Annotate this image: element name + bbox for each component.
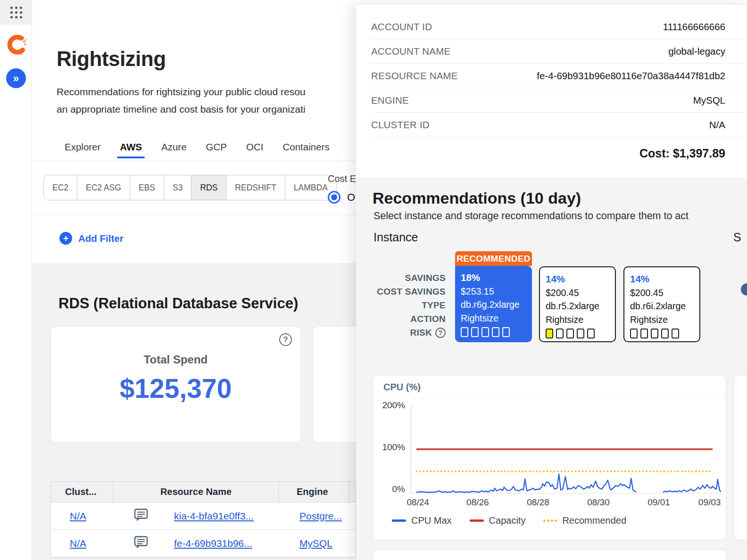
risk-square (546, 329, 553, 338)
service-button-s3[interactable]: S3 (164, 175, 191, 200)
detail-label: ACCOUNT ID (371, 21, 432, 33)
engine-link[interactable]: Postgre... (299, 511, 342, 522)
recommendations-subtitle: Select instance and storage recommendati… (374, 210, 747, 222)
rec-row-label-text: SAVINGS (405, 273, 446, 283)
tab-oci[interactable]: OCI (246, 141, 263, 158)
x-tick-08-28: 08/28 (519, 497, 557, 508)
app-launcher-button[interactable] (0, 0, 32, 25)
card-savings-percent: 14% (630, 272, 694, 286)
card-cost-savings: $200.45 (546, 286, 609, 300)
risk-square (577, 329, 584, 338)
resource-cost: Cost: $1,397.89 (639, 147, 725, 160)
legend-item-cpu-max: CPU Max (392, 515, 452, 526)
tab-azure[interactable]: Azure (161, 141, 187, 158)
resource-name-link[interactable]: kia-4-bfa91e0ff3... (174, 511, 254, 522)
service-button-ec2-asg[interactable]: EC2 ASG (77, 175, 130, 200)
detail-value: global-legacy (668, 46, 725, 57)
cluster-link[interactable]: N/A (70, 538, 86, 549)
service-button-rds[interactable]: RDS (191, 175, 226, 200)
add-filter-button[interactable]: + Add Filter (59, 232, 124, 245)
risk-square (566, 329, 574, 338)
risk-square (630, 329, 638, 338)
comment-icon[interactable] (134, 535, 148, 551)
detail-row-cluster-id: CLUSTER IDN/A (371, 113, 747, 137)
recommendation-card-2[interactable]: 14%$200.45db.r5.2xlargeRightsize (539, 266, 616, 342)
risk-square (502, 327, 510, 337)
recommendation-card-3[interactable]: 14%$200.45db.r6i.2xlargeRightsize (623, 266, 700, 342)
card-cost-savings: $253.15 (461, 285, 526, 298)
risk-help-icon[interactable]: ? (435, 328, 446, 338)
rightsizing-screen: » Rightsizing Recommendations for rights… (0, 0, 747, 560)
table-body: N/Akia-4-bfa91e0ff3...Postgre...N/Afe-4-… (51, 502, 356, 557)
tab-gcp[interactable]: GCP (206, 141, 227, 158)
table-row: N/Akia-4-bfa91e0ff3...Postgre... (51, 502, 356, 530)
card-instance-type: db.r5.2xlarge (546, 299, 609, 313)
tab-aws[interactable]: AWS (120, 141, 142, 158)
recommendation-card-1[interactable]: 18%$253.15db.r6g.2xlargeRightsize (455, 266, 532, 342)
cluster-link[interactable]: N/A (70, 511, 86, 522)
risk-square (672, 329, 679, 338)
page-description: Recommendations for rightsizing your pub… (57, 83, 357, 118)
rec-row-label-type: TYPE (365, 298, 446, 312)
cost-basis-radio-option-label: O (347, 191, 355, 204)
comment-icon[interactable] (134, 508, 148, 524)
cost-basis-radio[interactable] (328, 191, 340, 204)
card-action: Rightsize (630, 313, 694, 327)
card-savings-percent: 18% (461, 271, 526, 285)
detail-row-engine: ENGINEMySQL (371, 88, 747, 113)
brand-logo-icon[interactable] (6, 35, 27, 58)
expand-sidebar-button[interactable]: » (6, 68, 26, 88)
legend-label: Capacity (489, 515, 526, 526)
card-instance-type: db.r6g.2xlarge (461, 298, 526, 312)
engine-link[interactable]: MySQL (299, 538, 332, 549)
card-risk-squares (461, 327, 526, 337)
detail-label: ACCOUNT NAME (371, 46, 450, 57)
cpu-chart-card: CPU (%) 200% 100% 0% 08/2408/2608/2808/3… (373, 375, 726, 540)
provider-tabs: ExplorerAWSAzureGCPOCIContainers (65, 141, 330, 158)
x-tick-08-24: 08/24 (399, 497, 437, 508)
card-action: Rightsize (461, 312, 526, 325)
rec-row-label-cost-savings: COST SAVINGS (365, 285, 446, 298)
detail-label: ENGINE (371, 95, 409, 106)
detail-label: RESOURCE NAME (371, 70, 458, 82)
second-chart-card-partial (734, 375, 747, 540)
x-axis-labels: 08/2408/2608/2808/3009/0109/03 (373, 497, 727, 510)
risk-square (461, 327, 468, 337)
resource-name-link[interactable]: fe-4-69b931b96... (174, 538, 252, 549)
detail-value: N/A (709, 119, 725, 131)
instance-heading: Instance (374, 231, 418, 244)
column-header-cluster: Clust... (51, 482, 114, 502)
total-spend-label: Total Spend (51, 353, 300, 366)
legend-item-recommended: Recommended (543, 515, 626, 526)
cpu-chart-title: CPU (%) (373, 376, 726, 399)
service-button-group: EC2EC2 ASGEBSS3RDSREDSHIFTLAMBDA (43, 175, 337, 200)
card-risk-squares (546, 329, 609, 338)
cpu-max-line-segment-2 (663, 479, 721, 492)
tab-explorer[interactable]: Explorer (65, 141, 100, 158)
rec-row-label-text: TYPE (422, 300, 446, 311)
page-description-line2: an appropriate timeline and cost basis f… (57, 100, 357, 118)
service-button-ebs[interactable]: EBS (130, 175, 164, 200)
detail-value: MySQL (693, 95, 725, 106)
tab-containers[interactable]: Containers (283, 141, 330, 158)
service-button-ec2[interactable]: EC2 (44, 175, 77, 200)
next-chart-card-partial (373, 550, 726, 560)
tabs-bottom-border (33, 161, 356, 161)
card-action: Rightsize (546, 313, 609, 327)
rec-row-label-text: ACTION (410, 314, 446, 324)
service-button-redshift[interactable]: REDSHIFT (226, 175, 285, 200)
rec-row-label-text: RISK (410, 328, 432, 338)
cpu-line-chart (411, 405, 722, 494)
detail-row-resource-name: RESOURCE NAMEfe-4-69b931b96e80116e70a38a… (371, 64, 747, 88)
recommendation-row-labels: SAVINGSCOST SAVINGSTYPEACTIONRISK? (365, 271, 446, 339)
x-tick-09-03: 09/03 (691, 497, 729, 508)
rec-row-label-risk: RISK? (365, 326, 446, 339)
app-grid-icon (10, 7, 22, 18)
detail-row-account-name: ACCOUNT NAMEglobal-legacy (371, 39, 747, 64)
help-icon[interactable]: ? (279, 333, 292, 346)
legend-label: CPU Max (411, 515, 452, 526)
x-tick-08-26: 08/26 (459, 497, 497, 508)
table-header-row: Clust... Resource Name Engine (51, 482, 356, 502)
detail-label: CLUSTER ID (371, 119, 430, 131)
legend-item-capacity: Capacity (470, 515, 526, 526)
